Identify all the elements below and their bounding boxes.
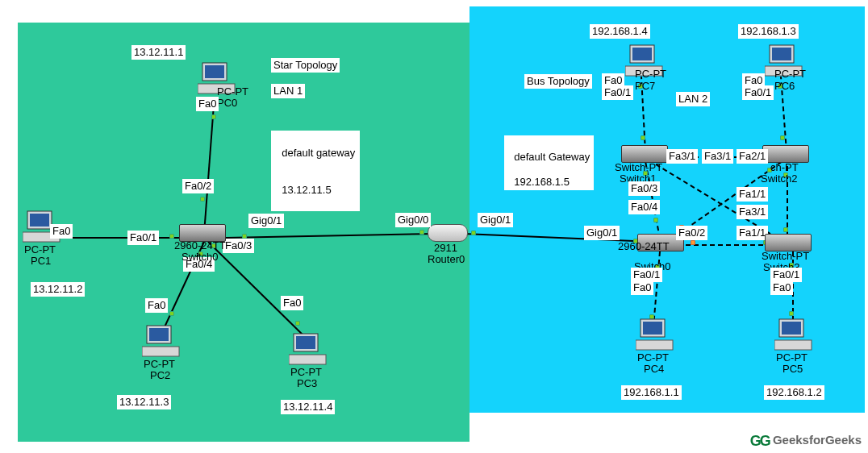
device-pc0[interactable]: PC-PT PC0 <box>198 61 236 98</box>
star-topology-title: Star Topology <box>271 58 340 73</box>
device-pc5[interactable]: PC-PT PC5 <box>774 318 813 354</box>
pc-icon <box>636 318 674 351</box>
gateway-label: default Gateway <box>514 151 590 163</box>
sw2-fa21: Fa2/1 <box>737 149 768 164</box>
link-led <box>783 227 788 232</box>
pc-name: PC0 <box>217 97 237 109</box>
lan1-label: LAN 1 <box>271 84 305 98</box>
gateway-label: default gateway <box>282 147 355 159</box>
sw-port-fa01: Fa0/1 <box>127 231 159 245</box>
sw-port-fa03: Fa0/3 <box>223 239 254 253</box>
pc-name: PC1 <box>31 255 51 267</box>
sw2-fa11: Fa1/1 <box>737 187 768 202</box>
svg-rect-20 <box>30 214 49 226</box>
lan1-gateway-box: default gateway 13.12.11.5 <box>271 131 360 211</box>
pc-icon <box>774 318 813 351</box>
lan2-label: LAN 2 <box>676 92 710 106</box>
pc-model: PC-PT <box>217 85 248 98</box>
sw-model: Switch-PT <box>615 161 662 173</box>
pc2-ip: 13.12.11.3 <box>117 395 171 409</box>
pc-icon <box>289 332 328 366</box>
pc-model: PC-PT <box>635 68 666 80</box>
device-pc3[interactable]: PC-PT PC3 <box>289 332 328 368</box>
link-led <box>789 311 794 316</box>
link-led <box>200 197 205 202</box>
router-port-left: Gig0/0 <box>395 213 431 227</box>
pc-model: PC-PT <box>776 351 807 364</box>
lan2-gateway-box: default Gateway 192.168.1.5 <box>504 135 594 190</box>
svg-rect-32 <box>772 48 791 60</box>
sw-name: Switch0 <box>182 251 219 263</box>
link-led <box>419 230 424 235</box>
link-led <box>471 231 476 235</box>
device-router0[interactable]: 2911 Router0 <box>428 224 468 243</box>
pc0-port: Fa0 <box>196 97 219 111</box>
pc3-port: Fa0 <box>281 296 303 310</box>
link-led <box>641 135 645 140</box>
pc-model: PC-PT <box>24 243 56 256</box>
device-pc6[interactable]: PC-PT PC6 <box>765 44 803 80</box>
gateway-ip: 192.168.1.5 <box>514 176 570 188</box>
pc-model: PC-PT <box>290 366 322 378</box>
brand-watermark: GG GeeksforGeeks <box>750 433 862 450</box>
router-port-right: Gig0/1 <box>478 213 513 227</box>
pc-name: PC6 <box>774 80 795 92</box>
sw0-fa01: Fa0/1 <box>631 268 662 282</box>
sw2-fa31-left: Fa3/1 <box>702 149 733 164</box>
sw1-port-to-pc7: Fa0/1 <box>602 85 633 100</box>
device-switch2[interactable]: ch-PT Switch2 <box>762 145 809 164</box>
pc4-port: Fa0 <box>631 281 653 295</box>
sw3-fa01: Fa0/1 <box>770 268 802 282</box>
sw-port-fa02: Fa0/2 <box>182 179 214 193</box>
device-switch1[interactable]: Switch-PT Switch1 <box>621 145 668 164</box>
pc-model: PC-PT <box>637 351 669 364</box>
pc1-ip: 13.12.11.2 <box>31 282 85 297</box>
sw0-fa04: Fa0/4 <box>628 200 660 214</box>
pc7-ip: 192.168.1.4 <box>590 24 650 39</box>
device-pc4[interactable]: PC-PT PC4 <box>636 318 674 354</box>
pc-name: PC2 <box>150 369 170 381</box>
sw0-fa02: Fa0/2 <box>676 226 707 240</box>
sw1-fa31: Fa3/1 <box>666 149 698 164</box>
link-led <box>295 321 300 326</box>
sw0-fa03: Fa0/3 <box>628 181 660 196</box>
svg-rect-27 <box>289 355 326 364</box>
pc0-ip: 13.12.11.1 <box>131 45 186 60</box>
pc2-port: Fa0 <box>145 298 168 313</box>
svg-rect-36 <box>636 340 673 350</box>
link-led <box>169 234 174 239</box>
router-name: Router0 <box>428 253 465 265</box>
sw2-fa31: Fa3/1 <box>737 205 768 219</box>
sw2-port-fa01: Fa0/1 <box>742 85 774 100</box>
svg-rect-26 <box>296 336 315 349</box>
pc-name: PC7 <box>635 80 655 92</box>
link-led <box>691 240 695 245</box>
sw-model: 2960-24TT <box>618 240 670 252</box>
sw-model: Switch-PT <box>762 250 809 262</box>
bus-topology-title: Bus Topology <box>524 74 592 89</box>
svg-rect-24 <box>142 347 179 356</box>
pc-name: PC4 <box>644 363 664 375</box>
pc-model: PC-PT <box>774 68 806 80</box>
sw0r-gig: Gig0/1 <box>584 226 620 240</box>
pc-name: PC3 <box>297 377 317 389</box>
router-model: 2911 <box>434 242 457 254</box>
svg-rect-38 <box>782 322 801 335</box>
pc4-ip: 192.168.1.1 <box>621 385 682 400</box>
link-led <box>169 311 174 316</box>
device-switch3[interactable]: Switch-PT Switch3 <box>765 234 812 253</box>
svg-rect-23 <box>149 328 169 341</box>
device-switch0l[interactable]: 2960-24TT Switch0 <box>179 224 226 243</box>
device-pc2[interactable]: PC-PT PC2 <box>142 324 181 360</box>
sw-name: Switch2 <box>761 172 798 185</box>
device-pc7[interactable]: PC-PT PC7 <box>625 44 664 80</box>
switch-icon <box>762 145 809 163</box>
link-led <box>780 135 785 140</box>
gateway-ip: 13.12.11.5 <box>282 184 331 196</box>
pc-name: PC5 <box>782 363 803 375</box>
pc1-port: Fa0 <box>50 224 73 239</box>
svg-rect-17 <box>205 65 224 78</box>
router-icon <box>428 224 468 242</box>
link-led <box>211 114 216 119</box>
link-led <box>653 218 658 222</box>
